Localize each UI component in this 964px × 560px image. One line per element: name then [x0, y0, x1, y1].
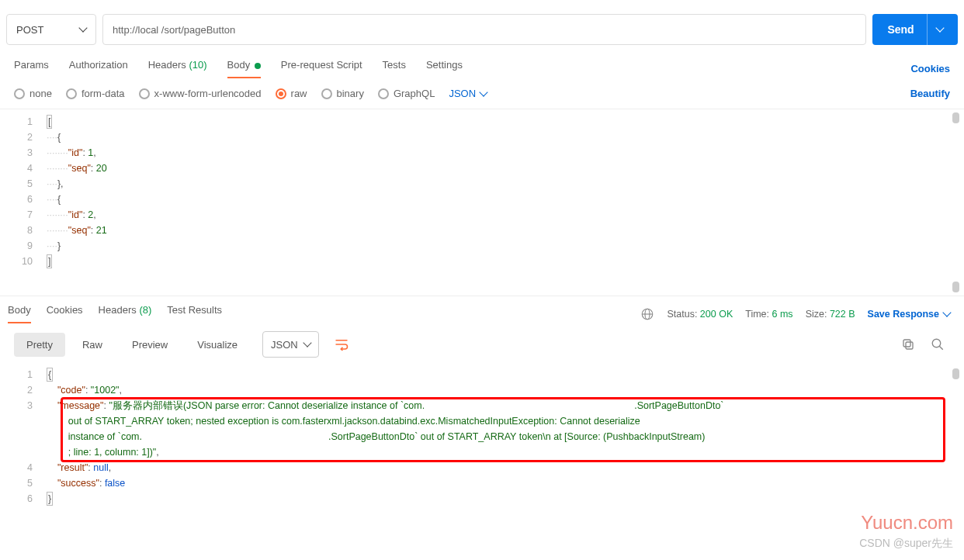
- send-dropdown[interactable]: [927, 14, 943, 45]
- view-pretty[interactable]: Pretty: [14, 333, 65, 357]
- raw-format-select[interactable]: JSON: [449, 88, 487, 99]
- tab-body[interactable]: Body: [227, 59, 261, 78]
- svg-point-6: [932, 339, 941, 347]
- send-label: Send: [887, 23, 914, 36]
- chevron-down-icon: [303, 338, 311, 347]
- request-body-editor[interactable]: 1[ 2····{ 3········"id": 1, 4········"se…: [0, 109, 964, 296]
- wrap-icon: [335, 338, 348, 351]
- http-method-select[interactable]: POST: [6, 14, 96, 45]
- tab-body-label: Body: [227, 59, 251, 71]
- csdn-attribution: CSDN @super先生: [859, 537, 953, 551]
- body-type-none[interactable]: none: [14, 88, 52, 99]
- view-raw[interactable]: Raw: [70, 333, 115, 357]
- radio-icon: [378, 88, 389, 99]
- chevron-down-icon: [942, 308, 951, 316]
- watermark: Yuucn.com: [861, 512, 953, 534]
- cookies-link[interactable]: Cookies: [910, 63, 950, 74]
- wrap-lines-button[interactable]: [328, 331, 355, 358]
- svg-rect-5: [903, 340, 910, 347]
- status-label: Status: 200 OK: [667, 309, 733, 320]
- body-type-graphql[interactable]: GraphQL: [378, 88, 435, 99]
- response-tab-test-results[interactable]: Test Results: [167, 304, 222, 323]
- radio-icon: [321, 88, 332, 99]
- response-body-editor[interactable]: 1{ 2 "code": "1002", 3 "message": "服务器内部…: [0, 365, 964, 508]
- globe-icon[interactable]: [640, 307, 654, 321]
- tab-settings[interactable]: Settings: [426, 59, 463, 78]
- radio-icon: [139, 88, 150, 99]
- radio-icon: [14, 88, 25, 99]
- scrollbar-icon: [952, 112, 959, 123]
- time-label: Time: 6 ms: [745, 309, 792, 320]
- response-tab-cookies[interactable]: Cookies: [47, 304, 83, 323]
- scrollbar-icon: [952, 282, 959, 292]
- radio-icon: [66, 88, 77, 99]
- save-response-button[interactable]: Save Response: [868, 309, 950, 320]
- svg-line-7: [939, 346, 943, 350]
- response-tab-headers[interactable]: Headers (8): [99, 304, 152, 323]
- view-visualize[interactable]: Visualize: [185, 333, 250, 357]
- send-button[interactable]: Send: [872, 14, 958, 45]
- size-label: Size: 722 B: [806, 309, 855, 320]
- chevron-down-icon: [935, 23, 944, 32]
- body-type-x-www[interactable]: x-www-form-urlencoded: [139, 88, 262, 99]
- http-method-value: POST: [16, 24, 43, 36]
- search-button[interactable]: [925, 332, 950, 357]
- chevron-down-icon: [479, 88, 487, 96]
- search-icon: [931, 337, 945, 351]
- url-input[interactable]: http://local /sort/pageButton: [102, 14, 866, 45]
- tab-headers-label: Headers: [148, 59, 186, 71]
- body-indicator-dot: [255, 63, 261, 69]
- headers-count: (10): [189, 59, 206, 71]
- response-tab-body[interactable]: Body: [8, 304, 31, 323]
- url-value: http://local /sort/pageButton: [113, 24, 235, 36]
- resp-headers-count: (8): [139, 304, 151, 316]
- body-type-binary[interactable]: binary: [321, 88, 364, 99]
- tab-authorization[interactable]: Authorization: [69, 59, 128, 78]
- tab-tests[interactable]: Tests: [383, 59, 406, 78]
- view-preview[interactable]: Preview: [120, 333, 180, 357]
- radio-checked-icon: [276, 88, 286, 99]
- tab-params[interactable]: Params: [14, 59, 49, 78]
- chevron-down-icon: [78, 23, 87, 32]
- tab-pre-request[interactable]: Pre-request Script: [281, 59, 362, 78]
- svg-rect-4: [906, 342, 913, 349]
- copy-button[interactable]: [896, 332, 921, 357]
- response-format-select[interactable]: JSON: [262, 331, 319, 358]
- body-type-form-data[interactable]: form-data: [66, 88, 125, 99]
- body-type-raw[interactable]: raw: [276, 88, 307, 99]
- copy-icon: [901, 337, 915, 351]
- beautify-button[interactable]: Beautify: [910, 88, 950, 99]
- tab-headers[interactable]: Headers (10): [148, 59, 207, 78]
- scrollbar-icon: [952, 368, 959, 379]
